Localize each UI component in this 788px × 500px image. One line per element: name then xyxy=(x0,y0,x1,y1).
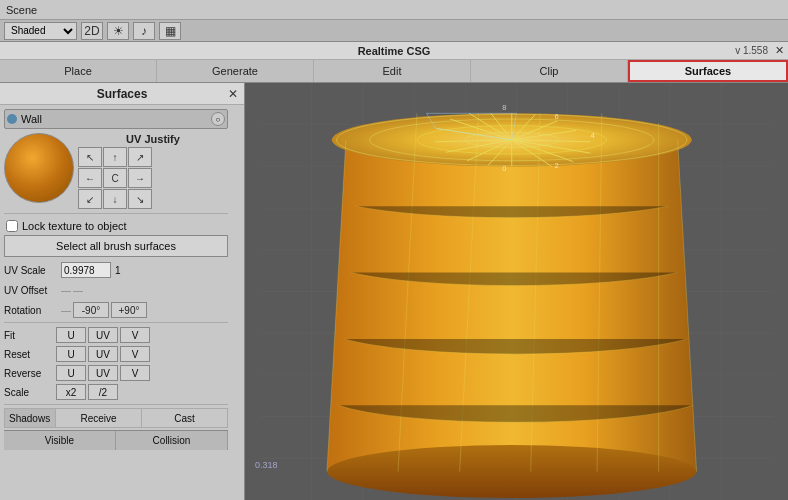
material-name: Wall xyxy=(21,113,207,125)
display-icon[interactable]: ▦ xyxy=(159,22,181,40)
reset-label: Reset xyxy=(4,349,54,360)
uv-btn-topright[interactable]: ↗ xyxy=(128,147,152,167)
svg-text:2: 2 xyxy=(554,161,558,170)
rotation-pos90-btn[interactable]: +90° xyxy=(111,302,147,318)
fit-label: Fit xyxy=(4,330,54,341)
reverse-v-btn[interactable]: V xyxy=(120,365,150,381)
uv-btn-grid: ↖ ↑ ↗ ← C → ↙ ↓ ↘ xyxy=(78,147,228,209)
reverse-u-btn[interactable]: U xyxy=(56,365,86,381)
sun-icon[interactable]: ☀ xyxy=(107,22,129,40)
panel-close-btn[interactable]: ✕ xyxy=(228,87,238,101)
reset-u-btn[interactable]: U xyxy=(56,346,86,362)
csg-title: Realtime CSG xyxy=(358,45,431,57)
material-preview xyxy=(4,133,74,203)
select-all-brush-btn[interactable]: Select all brush surfaces xyxy=(4,235,228,257)
material-dot xyxy=(7,114,17,124)
uv-justify-title: UV Justify xyxy=(78,133,228,145)
fit-row: Fit U UV V xyxy=(4,326,228,344)
rotation-row: Rotation — -90° +90° xyxy=(4,301,228,319)
content-row: Surfaces ✕ Wall ○ UV Justify xyxy=(0,83,788,500)
svg-text:4: 4 xyxy=(590,131,594,140)
uv-offset-y: — xyxy=(73,285,83,296)
uv-offset-x: — xyxy=(61,285,71,296)
rotation-label: Rotation xyxy=(4,305,59,316)
uv-section: UV Justify ↖ ↑ ↗ ← C → ↙ ↓ ↘ xyxy=(4,133,228,209)
uv-justify: UV Justify ↖ ↑ ↗ ← C → ↙ ↓ ↘ xyxy=(78,133,228,209)
reverse-label: Reverse xyxy=(4,368,54,379)
csg-title-bar: Realtime CSG v 1.558 ✕ xyxy=(0,42,788,60)
reverse-row: Reverse U UV V xyxy=(4,364,228,382)
reset-v-btn[interactable]: V xyxy=(120,346,150,362)
material-options-btn[interactable]: ○ xyxy=(211,112,225,126)
second-bar: Shaded Wireframe Textured 2D ☀ ♪ ▦ xyxy=(0,20,788,42)
csg-toolbar: Realtime CSG v 1.558 ✕ Place Generate Ed… xyxy=(0,42,788,83)
reset-row: Reset U UV V xyxy=(4,345,228,363)
2d-btn[interactable]: 2D xyxy=(81,22,103,40)
uv-offset-row: UV Offset — — xyxy=(4,281,228,299)
scale-label: Scale xyxy=(4,387,54,398)
reset-uv-btn[interactable]: UV xyxy=(88,346,118,362)
uv-btn-left[interactable]: ← xyxy=(78,168,102,188)
svg-text:8: 8 xyxy=(502,103,506,112)
scale-div2-btn[interactable]: /2 xyxy=(88,384,118,400)
uv-btn-bottomright[interactable]: ↘ xyxy=(128,189,152,209)
visible-tab[interactable]: Visible xyxy=(4,431,116,450)
divider-3 xyxy=(4,404,228,405)
shadows-row: Shadows Receive Cast xyxy=(4,408,228,428)
reverse-uv-btn[interactable]: UV xyxy=(88,365,118,381)
lock-texture-row: Lock texture to object xyxy=(4,217,228,235)
svg-point-19 xyxy=(327,445,697,498)
uv-scale-label: UV Scale xyxy=(4,265,59,276)
uv-btn-bottom[interactable]: ↓ xyxy=(103,189,127,209)
uv-scale-x-input[interactable] xyxy=(61,262,111,278)
panel-inner: Wall ○ UV Justify ↖ ↑ ↗ ← xyxy=(0,105,244,500)
panel-header: Surfaces ✕ xyxy=(0,83,244,105)
collision-tab[interactable]: Collision xyxy=(116,431,228,450)
uv-btn-top[interactable]: ↑ xyxy=(103,147,127,167)
lock-texture-checkbox[interactable] xyxy=(6,220,18,232)
viewport[interactable]: 8 6 4 2 0 xyxy=(245,83,788,500)
uv-btn-right[interactable]: → xyxy=(128,168,152,188)
csg-close-btn[interactable]: ✕ xyxy=(775,44,784,57)
shading-mode-select[interactable]: Shaded Wireframe Textured xyxy=(4,22,77,40)
shadows-section: Shadows Receive Cast xyxy=(4,408,228,428)
svg-text:6: 6 xyxy=(554,112,558,121)
rotation-value: — xyxy=(61,305,71,316)
shadows-label: Shadows xyxy=(5,413,55,424)
table-section: Fit U UV V Reset U UV V xyxy=(4,326,228,401)
fit-u-btn[interactable]: U xyxy=(56,327,86,343)
scale-x2-btn[interactable]: x2 xyxy=(56,384,86,400)
csg-version: v 1.558 xyxy=(735,45,768,56)
axis-indicator: 0.318 xyxy=(255,460,278,470)
tab-generate[interactable]: Generate xyxy=(157,60,314,82)
tab-edit[interactable]: Edit xyxy=(314,60,471,82)
top-bar: Scene xyxy=(0,0,788,20)
shadows-receive-btn[interactable]: Receive xyxy=(55,409,141,427)
uv-btn-bottomleft[interactable]: ↙ xyxy=(78,189,102,209)
uv-scale-row: UV Scale 1 xyxy=(4,261,228,279)
surfaces-panel: Surfaces ✕ Wall ○ UV Justify xyxy=(0,83,245,500)
scale-row: Scale x2 /2 xyxy=(4,383,228,401)
divider-1 xyxy=(4,213,228,214)
divider-2 xyxy=(4,322,228,323)
shadows-cast-btn[interactable]: Cast xyxy=(141,409,227,427)
cylinder-svg: 8 6 4 2 0 xyxy=(245,83,788,500)
panel-body: Wall ○ UV Justify ↖ ↑ ↗ ← xyxy=(0,105,244,500)
svg-text:0: 0 xyxy=(502,164,506,173)
fit-uv-btn[interactable]: UV xyxy=(88,327,118,343)
audio-icon[interactable]: ♪ xyxy=(133,22,155,40)
uv-btn-topleft[interactable]: ↖ xyxy=(78,147,102,167)
uv-scale-y-value: 1 xyxy=(113,265,123,276)
main-area: Realtime CSG v 1.558 ✕ Place Generate Ed… xyxy=(0,42,788,500)
tab-clip[interactable]: Clip xyxy=(471,60,628,82)
uv-btn-center[interactable]: C xyxy=(103,168,127,188)
panel-title: Surfaces xyxy=(97,87,148,101)
bottom-tabs: Visible Collision xyxy=(4,430,228,450)
tab-place[interactable]: Place xyxy=(0,60,157,82)
tab-surfaces[interactable]: Surfaces xyxy=(628,60,788,82)
fit-v-btn[interactable]: V xyxy=(120,327,150,343)
uv-offset-label: UV Offset xyxy=(4,285,59,296)
rotation-neg90-btn[interactable]: -90° xyxy=(73,302,109,318)
lock-texture-label: Lock texture to object xyxy=(22,220,127,232)
material-selector[interactable]: Wall ○ xyxy=(4,109,228,129)
